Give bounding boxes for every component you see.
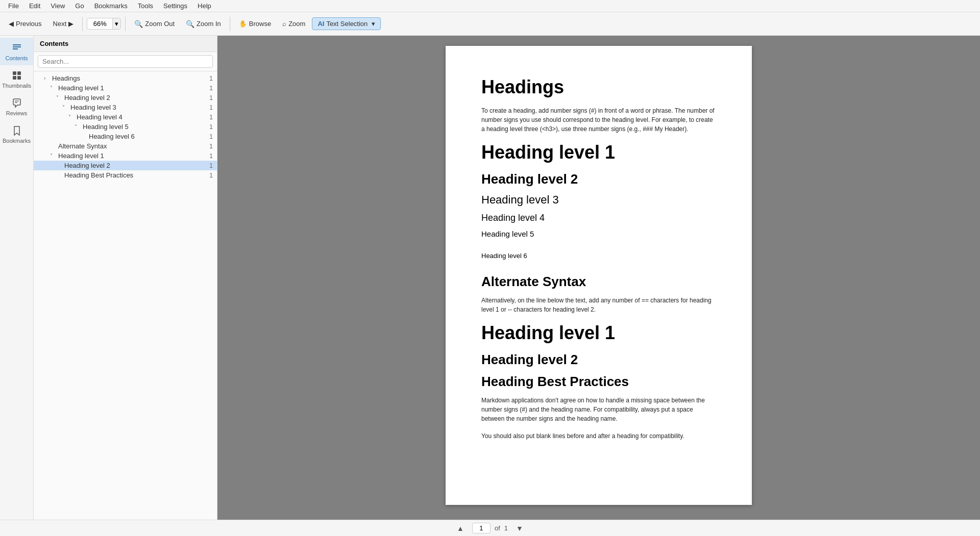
search-box bbox=[34, 52, 217, 71]
toc-label: Heading level 6 bbox=[89, 133, 135, 140]
menu-view[interactable]: View bbox=[46, 1, 69, 11]
page-number-input[interactable] bbox=[472, 523, 491, 533]
sidebar-header: Contents bbox=[34, 36, 217, 52]
toc-label: Heading level 3 bbox=[70, 104, 116, 111]
zoom-out-icon: 🔍 bbox=[134, 20, 143, 28]
toc-arrow: ˅ bbox=[56, 95, 62, 100]
menu-file[interactable]: File bbox=[4, 1, 23, 11]
toc-label: Alternate Syntax bbox=[58, 142, 107, 150]
content-area[interactable]: Headings To create a heading, add number… bbox=[217, 36, 980, 520]
toc-item-h5[interactable]: ˅ Heading level 5 1 bbox=[34, 122, 217, 132]
toc-item-headings[interactable]: › Headings 1 bbox=[34, 73, 217, 83]
chevron-left-icon: ◀ bbox=[9, 20, 14, 28]
menu-settings[interactable]: Settings bbox=[159, 1, 191, 11]
toc-item-h6[interactable]: Heading level 6 1 bbox=[34, 132, 217, 141]
toc-item-h2-b[interactable]: Heading level 2 1 bbox=[34, 161, 217, 170]
toc-page: 1 bbox=[209, 143, 213, 150]
doc-best-practices-p1: Markdown applications don't agree on how… bbox=[481, 396, 716, 423]
toc-item-h3[interactable]: ˅ Heading level 3 1 bbox=[34, 103, 217, 112]
toc-item-h1-b[interactable]: ˅ Heading level 1 1 bbox=[34, 151, 217, 161]
zoom-control[interactable]: 66% ▾ bbox=[87, 18, 121, 30]
doc-heading-main: Headings bbox=[481, 76, 716, 98]
panel-label-bookmarks: Bookmarks bbox=[3, 138, 31, 144]
chevron-down-icon: ▾ bbox=[115, 20, 118, 28]
toc-item-best-practices[interactable]: Heading Best Practices 1 bbox=[34, 170, 217, 180]
toc-page: 1 bbox=[209, 104, 213, 111]
panel-btn-thumbnails[interactable]: Thumbnails bbox=[0, 65, 33, 93]
sidebar: Contents › Headings 1 ˅ Heading level 1 … bbox=[34, 36, 217, 520]
search-input[interactable] bbox=[38, 55, 213, 68]
panel-label-reviews: Reviews bbox=[6, 110, 28, 116]
toolbar: ◀ Previous Next ▶ 66% ▾ 🔍 Zoom Out 🔍 Zoo… bbox=[0, 12, 980, 36]
separator-1 bbox=[82, 17, 83, 31]
toc-list: › Headings 1 ˅ Heading level 1 1 ˅ Headi… bbox=[34, 71, 217, 520]
panel-btn-reviews[interactable]: Reviews bbox=[0, 93, 33, 120]
toc-page: 1 bbox=[209, 152, 213, 160]
zoom-value: 66% bbox=[87, 18, 113, 29]
toc-label: Heading level 2 bbox=[64, 162, 110, 169]
text-selection-dropdown-arrow[interactable]: ▾ bbox=[372, 20, 375, 28]
toc-page: 1 bbox=[209, 162, 213, 169]
menu-go[interactable]: Go bbox=[71, 1, 88, 11]
toc-page: 1 bbox=[209, 75, 213, 82]
toc-label: Heading Best Practices bbox=[64, 171, 133, 179]
contents-icon bbox=[11, 42, 23, 54]
magnify-icon: ⌕ bbox=[282, 20, 286, 28]
chevron-right-icon: ▶ bbox=[68, 20, 74, 28]
toc-page: 1 bbox=[209, 133, 213, 140]
toc-page: 1 bbox=[209, 85, 213, 92]
left-panel: Contents Thumbnails Reviews bbox=[0, 36, 34, 520]
page-total: 1 bbox=[504, 524, 508, 532]
svg-rect-3 bbox=[13, 71, 16, 75]
toc-label: Heading level 1 bbox=[58, 152, 104, 160]
zoom-out-button[interactable]: 🔍 Zoom Out bbox=[130, 17, 179, 31]
menu-bookmarks[interactable]: Bookmarks bbox=[90, 1, 132, 11]
zoom-button[interactable]: ⌕ Zoom bbox=[278, 17, 310, 30]
svg-rect-6 bbox=[17, 76, 21, 80]
doc-h3: Heading level 3 bbox=[481, 193, 716, 207]
doc-h2-alt: Heading level 2 bbox=[481, 352, 716, 368]
toc-label: Heading level 4 bbox=[77, 113, 122, 121]
panel-btn-bookmarks[interactable]: Bookmarks bbox=[0, 120, 33, 148]
doc-h6: Heading level 6 bbox=[481, 252, 716, 260]
previous-button[interactable]: ◀ Previous bbox=[4, 17, 46, 30]
doc-best-practices-p2: You should also put blank lines before a… bbox=[481, 431, 716, 441]
menu-edit[interactable]: Edit bbox=[25, 1, 44, 11]
toc-arrow: ˅ bbox=[50, 153, 56, 159]
toc-arrow: › bbox=[44, 75, 50, 81]
doc-h1: Heading level 1 bbox=[481, 142, 716, 163]
panel-label-thumbnails: Thumbnails bbox=[2, 83, 31, 89]
page-of-label: of bbox=[495, 524, 500, 532]
menu-tools[interactable]: Tools bbox=[134, 1, 157, 11]
main-area: Contents Thumbnails Reviews bbox=[0, 36, 980, 520]
zoom-dropdown-btn[interactable]: ▾ bbox=[113, 18, 120, 29]
toc-page: 1 bbox=[209, 114, 213, 121]
panel-label-contents: Contents bbox=[5, 55, 28, 61]
svg-rect-4 bbox=[17, 71, 21, 75]
toc-arrow: ˅ bbox=[68, 114, 75, 120]
text-selection-button[interactable]: AI Text Selection ▾ bbox=[312, 17, 381, 30]
svg-rect-2 bbox=[13, 48, 18, 49]
doc-h4: Heading level 4 bbox=[481, 213, 716, 223]
page-prev-btn[interactable]: ▲ bbox=[453, 523, 468, 534]
toc-arrow: ˅ bbox=[75, 124, 81, 130]
toc-item-h1-a[interactable]: ˅ Heading level 1 1 bbox=[34, 83, 217, 93]
panel-btn-contents[interactable]: Contents bbox=[0, 38, 33, 65]
doc-h5: Heading level 5 bbox=[481, 229, 716, 238]
page-next-btn[interactable]: ▼ bbox=[512, 523, 527, 534]
thumbnails-icon bbox=[11, 69, 23, 82]
zoom-in-icon: 🔍 bbox=[186, 20, 194, 28]
menu-help[interactable]: Help bbox=[193, 1, 215, 11]
toc-arrow: ˅ bbox=[62, 105, 68, 110]
reviews-icon bbox=[11, 97, 23, 109]
browse-button[interactable]: ✋ Browse bbox=[234, 17, 276, 30]
toc-item-alt-syntax[interactable]: Alternate Syntax 1 bbox=[34, 141, 217, 151]
zoom-in-button[interactable]: 🔍 Zoom In bbox=[181, 17, 226, 31]
bottom-bar: ▲ of 1 ▼ bbox=[0, 520, 980, 536]
next-button[interactable]: Next ▶ bbox=[48, 17, 79, 30]
separator-3 bbox=[230, 17, 230, 31]
toc-item-h4[interactable]: ˅ Heading level 4 1 bbox=[34, 112, 217, 122]
svg-rect-1 bbox=[13, 46, 21, 47]
toc-label: Heading level 5 bbox=[83, 123, 129, 131]
toc-item-h2-a[interactable]: ˅ Heading level 2 1 bbox=[34, 93, 217, 103]
